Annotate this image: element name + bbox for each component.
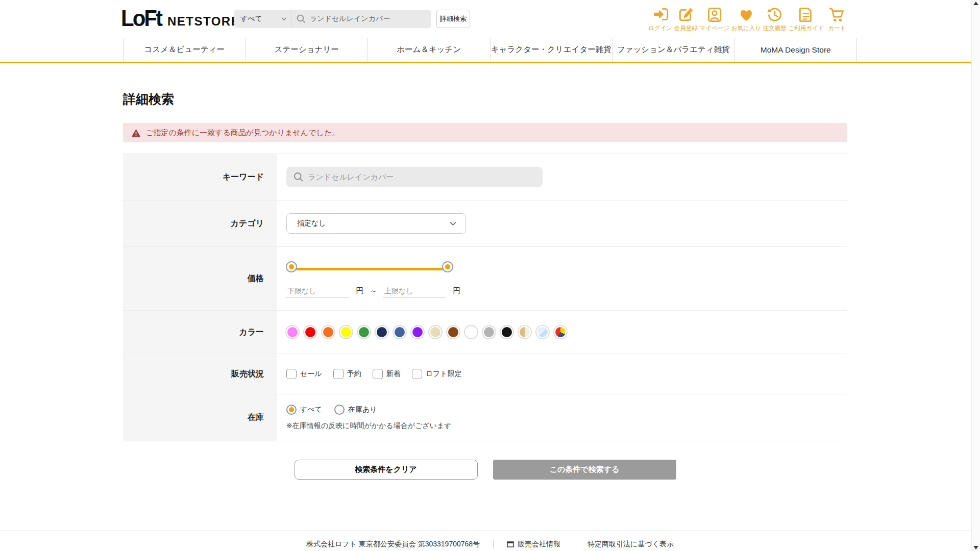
- stock-options: すべて 在庫あり: [286, 405, 377, 415]
- price-slider-min-handle[interactable]: [287, 262, 296, 271]
- header-search-input[interactable]: [310, 15, 425, 23]
- color-swatch-purple[interactable]: [411, 326, 424, 338]
- order-history-button[interactable]: 注文履歴: [763, 7, 787, 32]
- footer-link-commercial-law[interactable]: 特定商取引法に基づく表示: [587, 540, 674, 549]
- reservation-checkbox[interactable]: [333, 369, 344, 379]
- stock-label: 在庫: [123, 394, 277, 441]
- cart-label: カート: [828, 24, 846, 32]
- sale-checkbox-label: セール: [300, 369, 322, 379]
- mypage-label: マイページ: [699, 24, 729, 32]
- price-label: 価格: [123, 247, 277, 310]
- logo-loft-text: LoFt: [121, 6, 161, 31]
- color-swatch-orange[interactable]: [322, 326, 334, 338]
- price-slider-track[interactable]: [293, 268, 446, 270]
- color-swatch-black[interactable]: [501, 326, 513, 338]
- color-swatch-multicolor[interactable]: [554, 326, 567, 338]
- favorites-label: お気に入り: [731, 24, 761, 32]
- checkbox-reservation[interactable]: 予約: [333, 369, 361, 379]
- keyword-label: キーワード: [123, 154, 277, 200]
- main-content: 詳細検索 ご指定の条件に一致する商品が見つかりませんでした。 キーワード: [123, 91, 847, 480]
- all-radio-label: すべて: [300, 405, 322, 414]
- loft-limited-checkbox-label: ロフト限定: [426, 369, 462, 379]
- cart-button[interactable]: カート: [826, 7, 848, 32]
- logo-netstore-text: NETSTORE: [167, 14, 240, 29]
- scroll-up-arrow-icon[interactable]: [973, 2, 978, 5]
- search-submit-button[interactable]: この条件で検索する: [493, 460, 676, 480]
- guide-button[interactable]: ご利用ガイド: [788, 7, 824, 32]
- color-swatch-green[interactable]: [358, 326, 370, 338]
- color-swatch-gold[interactable]: [519, 326, 531, 338]
- register-button[interactable]: 会員登録: [674, 7, 698, 32]
- in-stock-radio[interactable]: [334, 405, 345, 415]
- clear-conditions-button[interactable]: 検索条件をクリア: [295, 460, 478, 480]
- loft-limited-checkbox[interactable]: [412, 369, 422, 379]
- heart-icon: [737, 7, 755, 23]
- category-row: カテゴリ 指定なし: [123, 200, 847, 246]
- color-swatch-navy[interactable]: [376, 326, 388, 338]
- site-footer: 株式会社ロフト 東京都公安委員会 第303319700768号 販売会社情報 特…: [0, 531, 980, 551]
- search-category-dropdown[interactable]: すべて: [234, 10, 291, 28]
- scroll-down-arrow-icon[interactable]: [973, 546, 978, 549]
- sale-checkbox[interactable]: [286, 369, 297, 379]
- color-swatch-pink[interactable]: [286, 326, 299, 338]
- stock-row: 在庫 すべて 在庫あり ※在庫情報の反映に時間がかかる場合がございます: [123, 394, 847, 441]
- order-history-label: 注文履歴: [763, 24, 787, 32]
- price-slider-max-handle[interactable]: [443, 262, 452, 271]
- nav-stationery[interactable]: ステーショナリー: [246, 38, 368, 62]
- price-max-input[interactable]: [383, 285, 446, 297]
- reservation-checkbox-label: 予約: [347, 369, 361, 379]
- color-swatch-white[interactable]: [465, 326, 477, 338]
- header-search-bar: すべて 詳細検索: [234, 10, 470, 28]
- loft-logo[interactable]: LoFt NETSTORE: [121, 6, 240, 31]
- site-header: LoFt NETSTORE すべて 詳細検索 ログイン: [0, 0, 980, 38]
- footer-separator: [493, 540, 494, 548]
- color-swatch-yellow[interactable]: [340, 326, 352, 338]
- nav-home-kitchen[interactable]: ホーム＆キッチン: [368, 38, 490, 62]
- new-arrival-checkbox[interactable]: [373, 369, 383, 379]
- color-swatch-gray[interactable]: [483, 326, 495, 338]
- register-icon: [677, 7, 695, 23]
- search-icon: [293, 172, 304, 182]
- all-radio[interactable]: [286, 405, 297, 415]
- nav-cosme-beauty[interactable]: コスメ＆ビューティー: [123, 38, 246, 62]
- color-swatch-blue[interactable]: [394, 326, 406, 338]
- color-swatch-beige[interactable]: [429, 326, 442, 338]
- vertical-scrollbar[interactable]: [971, 0, 980, 551]
- checkbox-loft-limited[interactable]: ロフト限定: [412, 369, 462, 379]
- color-label: カラー: [123, 311, 277, 354]
- login-label: ログイン: [648, 24, 672, 32]
- color-swatch-brown[interactable]: [447, 326, 459, 338]
- price-min-input[interactable]: [286, 285, 349, 297]
- color-swatch-clear[interactable]: [536, 326, 549, 338]
- footer-commercial-law-label: 特定商取引法に基づく表示: [587, 540, 674, 549]
- radio-in-stock[interactable]: 在庫あり: [334, 405, 377, 415]
- checkbox-sale[interactable]: セール: [286, 369, 322, 379]
- detail-search-button[interactable]: 詳細検索: [436, 10, 470, 28]
- guide-icon: [797, 7, 815, 23]
- nav-moma-design-store[interactable]: MoMA Design Store: [734, 38, 857, 62]
- new-arrival-checkbox-label: 新着: [386, 369, 401, 379]
- mypage-button[interactable]: マイページ: [699, 7, 729, 32]
- keyword-box: [286, 167, 543, 187]
- nav-character-creator[interactable]: キャラクター・クリエイター雑貨: [490, 38, 612, 62]
- yen-label-min: 円: [356, 286, 363, 296]
- color-row: カラー: [123, 310, 847, 354]
- color-swatch-red[interactable]: [304, 326, 316, 338]
- search-icon: [297, 14, 306, 23]
- sales-status-row: 販売状況 セール 予約 新着: [123, 354, 847, 394]
- category-select[interactable]: 指定なし: [286, 213, 466, 234]
- sales-status-options: セール 予約 新着 ロフト限定: [286, 369, 462, 379]
- footer-company-text: 株式会社ロフト 東京都公安委員会 第303319700768号: [306, 540, 480, 549]
- price-range-slider: [293, 261, 446, 277]
- header-search-field: [291, 10, 431, 28]
- favorites-button[interactable]: お気に入り: [731, 7, 761, 32]
- checkbox-new-arrival[interactable]: 新着: [373, 369, 401, 379]
- footer-link-seller-info[interactable]: 販売会社情報: [507, 540, 560, 549]
- keyword-row: キーワード: [123, 154, 847, 200]
- login-button[interactable]: ログイン: [648, 7, 672, 32]
- chevron-down-icon: [450, 221, 456, 226]
- radio-all[interactable]: すべて: [286, 405, 322, 415]
- form-actions: 検索条件をクリア この条件で検索する: [123, 460, 847, 480]
- nav-fashion-variety[interactable]: ファッション＆バラエティ雑貨: [612, 38, 734, 62]
- keyword-input[interactable]: [286, 167, 543, 187]
